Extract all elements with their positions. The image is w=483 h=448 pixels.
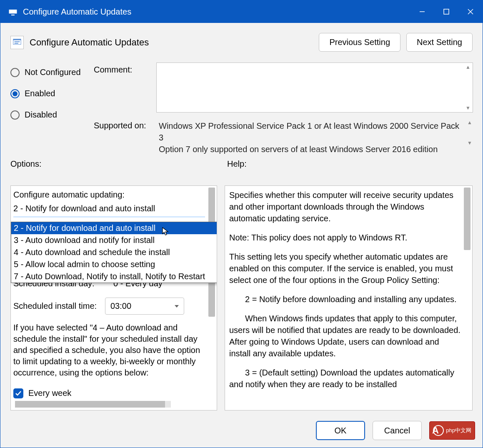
svg-rect-8 (13, 39, 21, 40)
radio-icon (10, 89, 20, 98)
configure-updating-dropdown: 2 - Notify for download and auto install… (11, 222, 217, 283)
radio-icon (10, 110, 20, 120)
dropdown-option[interactable]: 7 - Auto Download, Notify to install, No… (11, 270, 217, 283)
help-vertical-scrollbar[interactable] (464, 188, 470, 408)
radio-disabled[interactable]: Disabled (10, 110, 94, 120)
content-area: Not Configured Enabled Disabled Comment:… (0, 63, 483, 410)
supported-line-1: Windows XP Professional Service Pack 1 o… (159, 120, 461, 143)
options-inner: Configure automatic updating: 2 - Notify… (11, 186, 217, 399)
every-week-row[interactable]: Every week (13, 388, 214, 399)
svg-rect-4 (444, 9, 449, 14)
footer: OK Cancel A php中文网 (316, 421, 475, 440)
configure-updating-combo[interactable]: 2 - Notify for download and auto install (13, 202, 205, 217)
scheduled-time-row: Scheduled install time: 03:00 (13, 298, 214, 315)
scheduled-time-value: 03:00 (110, 301, 131, 310)
supported-line-2: Option 7 only supported on servers of at… (159, 143, 461, 155)
titlebar: Configure Automatic Updates (0, 0, 483, 23)
comment-textarea[interactable]: ▲ ▼ (156, 63, 473, 113)
configure-updating-label: Configure automatic updating: (13, 189, 214, 200)
next-setting-button[interactable]: Next Setting (406, 33, 473, 52)
options-label: Options: (10, 159, 227, 169)
help-text: Note: This policy does not apply to Wind… (229, 232, 462, 243)
svg-rect-10 (15, 43, 18, 43)
scroll-down-icon[interactable]: ▼ (467, 140, 472, 147)
watermark-text: php中文网 (446, 427, 471, 434)
help-panel: Specifies whether this computer will rec… (225, 185, 473, 410)
radio-label: Not Configured (25, 68, 81, 77)
window-title: Configure Automatic Updates (23, 7, 410, 17)
supported-on-box: Windows XP Professional Service Pack 1 o… (156, 118, 473, 148)
help-text: When Windows finds updates that apply to… (229, 313, 462, 359)
scheduled-time-combo[interactable]: 03:00 (105, 298, 184, 315)
help-text: Specifies whether this computer will rec… (229, 189, 462, 224)
options-horizontal-scrollbar[interactable] (15, 401, 171, 408)
dropdown-option[interactable]: 3 - Auto download and notify for install (11, 234, 217, 246)
dropdown-option[interactable]: 5 - Allow local admin to choose setting (11, 258, 217, 270)
scroll-down-icon[interactable]: ▼ (463, 104, 473, 112)
comment-label: Comment: (94, 63, 156, 113)
svg-rect-2 (11, 15, 15, 15)
close-button[interactable] (458, 0, 483, 23)
scroll-up-icon[interactable]: ▲ (467, 119, 472, 126)
header-row: Configure Automatic Updates Previous Set… (0, 23, 483, 57)
previous-setting-button[interactable]: Previous Setting (319, 33, 400, 52)
help-text: 2 = Notify before downloading and instal… (229, 293, 462, 305)
options-panel: Configure automatic updating: 2 - Notify… (10, 185, 217, 410)
radio-enabled[interactable]: Enabled (10, 89, 94, 98)
state-row: Not Configured Enabled Disabled Comment:… (10, 63, 473, 148)
maximize-button[interactable] (434, 0, 458, 23)
supported-on-label: Supported on: (94, 118, 156, 148)
radio-label: Disabled (25, 110, 57, 120)
options-vertical-scrollbar[interactable] (208, 188, 215, 408)
dropdown-option[interactable]: 2 - Notify for download and auto install (11, 222, 217, 234)
radio-icon (10, 68, 20, 77)
scheduled-time-label: Scheduled install time: (13, 300, 105, 312)
help-text: This setting lets you specify whether au… (229, 251, 462, 286)
panel-labels: Options: Help: (10, 159, 473, 169)
page-title: Configure Automatic Updates (30, 37, 313, 48)
help-text: 3 = (Default setting) Download the updat… (229, 367, 462, 390)
watermark-a-icon: A (432, 425, 439, 436)
ok-button[interactable]: OK (316, 421, 365, 440)
radio-not-configured[interactable]: Not Configured (10, 68, 94, 77)
radio-label: Enabled (25, 89, 55, 98)
scroll-up-icon[interactable]: ▲ (463, 63, 473, 71)
dropdown-option[interactable]: 4 - Auto download and schedule the insta… (11, 246, 217, 258)
help-inner: Specifies whether this computer will rec… (225, 186, 472, 401)
policy-item-icon (10, 36, 24, 49)
state-radio-group: Not Configured Enabled Disabled (10, 63, 94, 148)
cancel-button[interactable]: Cancel (373, 421, 422, 440)
every-week-label: Every week (28, 388, 71, 399)
svg-rect-1 (9, 8, 17, 10)
help-label: Help: (227, 159, 247, 169)
checkbox-checked-icon (13, 388, 23, 398)
panels: Configure automatic updating: 2 - Notify… (10, 185, 473, 410)
policy-icon (7, 6, 19, 18)
watermark-badge: A php中文网 (429, 421, 475, 440)
policy-window: Configure Automatic Updates Configure Au… (0, 0, 483, 448)
svg-rect-9 (15, 41, 20, 42)
minimize-button[interactable] (410, 0, 434, 23)
options-info-text: If you have selected "4 – Auto download … (13, 322, 205, 378)
